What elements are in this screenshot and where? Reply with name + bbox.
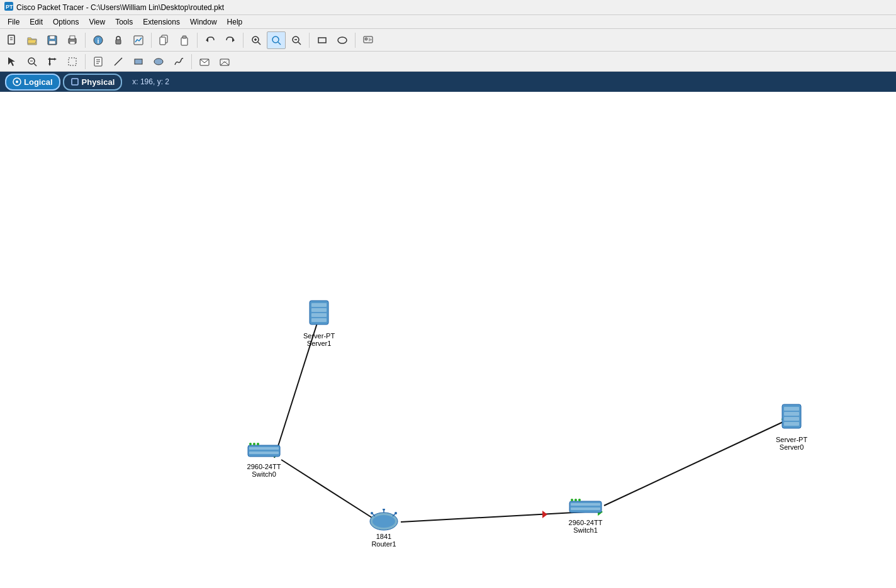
device-switch0[interactable]: 2960-24TT Switch0: [247, 441, 281, 478]
svg-rect-18: [182, 36, 186, 38]
tab-logical[interactable]: Logical: [5, 74, 60, 91]
server0-label: Server-PT Server0: [776, 436, 807, 451]
redo-button[interactable]: [221, 31, 240, 49]
svg-rect-60: [311, 308, 327, 312]
svg-point-33: [365, 38, 367, 40]
zoom-fit-button[interactable]: [267, 31, 286, 49]
pdu-simple-tool[interactable]: [195, 53, 214, 70]
menu-file[interactable]: File: [3, 16, 25, 28]
svg-rect-63: [248, 445, 280, 457]
sep8: [191, 54, 192, 69]
select-tool[interactable]: [3, 53, 21, 70]
move-tool[interactable]: [43, 53, 62, 70]
device-server0[interactable]: Server-PT Server0: [776, 403, 807, 451]
svg-point-70: [372, 515, 395, 528]
sep3: [197, 33, 198, 48]
device-router1[interactable]: 1841 Router1: [369, 509, 399, 548]
svg-point-76: [395, 512, 397, 514]
connection-switch0-router1: [281, 460, 379, 522]
print-button[interactable]: [63, 31, 82, 49]
save-button[interactable]: [43, 31, 62, 49]
menu-edit[interactable]: Edit: [25, 16, 48, 28]
svg-line-22: [258, 42, 260, 45]
switch1-icon: [568, 497, 603, 518]
inspect-button[interactable]: [109, 31, 128, 49]
svg-point-48: [154, 58, 163, 65]
svg-point-68: [257, 443, 259, 445]
copy-button[interactable]: [155, 31, 174, 49]
svg-marker-34: [369, 38, 372, 42]
svg-rect-61: [311, 313, 327, 317]
svg-rect-16: [160, 37, 165, 45]
connection-switch1-server0: [604, 419, 790, 506]
rect-shape-tool[interactable]: [129, 53, 148, 70]
connection-router1-switch1-base: [401, 512, 585, 522]
device-switch1[interactable]: 2960-24TT Switch1: [568, 497, 603, 534]
open-button[interactable]: [23, 31, 42, 49]
svg-rect-6: [50, 36, 55, 39]
menu-window[interactable]: Window: [185, 16, 222, 28]
tab-physical[interactable]: Physical: [63, 74, 123, 91]
svg-point-52: [16, 80, 18, 83]
toolbar2: [0, 52, 896, 72]
server0-icon: [779, 403, 804, 435]
svg-rect-84: [784, 407, 799, 411]
zoom-in-button[interactable]: [247, 31, 266, 49]
rect-button[interactable]: [313, 31, 332, 49]
svg-rect-79: [571, 508, 600, 510]
sep4: [243, 33, 244, 48]
activity-button[interactable]: [129, 31, 148, 49]
svg-marker-35: [8, 57, 15, 66]
ellipse-button[interactable]: [333, 31, 352, 49]
marquee-tool[interactable]: [63, 53, 82, 70]
new-button[interactable]: [3, 31, 21, 49]
view-tabs-bar: Logical Physical x: 196, y: 2: [0, 72, 896, 92]
zoom-tool[interactable]: [23, 53, 42, 70]
freehand-tool[interactable]: [169, 53, 188, 70]
svg-point-81: [574, 499, 577, 501]
svg-rect-10: [70, 42, 75, 44]
network-connections: [0, 92, 896, 588]
physical-icon: [70, 77, 79, 86]
menu-options[interactable]: Options: [48, 16, 84, 28]
paste-button[interactable]: [175, 31, 194, 49]
oval-tool[interactable]: [149, 53, 168, 70]
undo-button[interactable]: [201, 31, 220, 49]
server1-label: Server-PT Server1: [303, 332, 335, 347]
svg-rect-62: [311, 318, 327, 322]
sep5: [309, 33, 310, 48]
pdu-complex-tool[interactable]: [215, 53, 234, 70]
svg-point-31: [338, 37, 347, 43]
svg-point-74: [371, 512, 373, 514]
switch0-icon: [247, 441, 281, 462]
svg-point-66: [249, 443, 252, 445]
info-button[interactable]: i: [89, 31, 108, 49]
switch1-label: 2960-24TT Switch1: [569, 519, 603, 534]
svg-rect-78: [571, 503, 600, 506]
zoom-out-button[interactable]: [287, 31, 306, 49]
sep6: [355, 33, 356, 48]
device-server1[interactable]: Server-PT Server1: [303, 299, 335, 347]
menu-view[interactable]: View: [84, 16, 110, 28]
svg-rect-77: [569, 501, 602, 513]
svg-rect-17: [181, 38, 188, 45]
menu-tools[interactable]: Tools: [110, 16, 138, 28]
sep7: [85, 54, 86, 69]
note-tool[interactable]: [89, 53, 108, 70]
line-tool[interactable]: [109, 53, 128, 70]
svg-rect-30: [318, 38, 326, 43]
menu-extensions[interactable]: Extensions: [138, 16, 185, 28]
svg-rect-59: [311, 303, 327, 307]
network-canvas[interactable]: Server-PT Server1 2960-24TT Switch0: [0, 92, 896, 588]
menu-help[interactable]: Help: [222, 16, 248, 28]
arrow-router1-switch1-red: [542, 511, 547, 518]
svg-rect-7: [49, 41, 55, 44]
svg-point-82: [578, 499, 581, 501]
logical-icon: [13, 77, 21, 86]
svg-rect-47: [135, 59, 142, 64]
sep1: [85, 33, 86, 48]
media-button[interactable]: [359, 31, 378, 49]
svg-point-72: [383, 509, 385, 511]
titlebar: PT Cisco Packet Tracer - C:\Users\Willia…: [0, 0, 896, 15]
svg-line-37: [34, 64, 36, 66]
